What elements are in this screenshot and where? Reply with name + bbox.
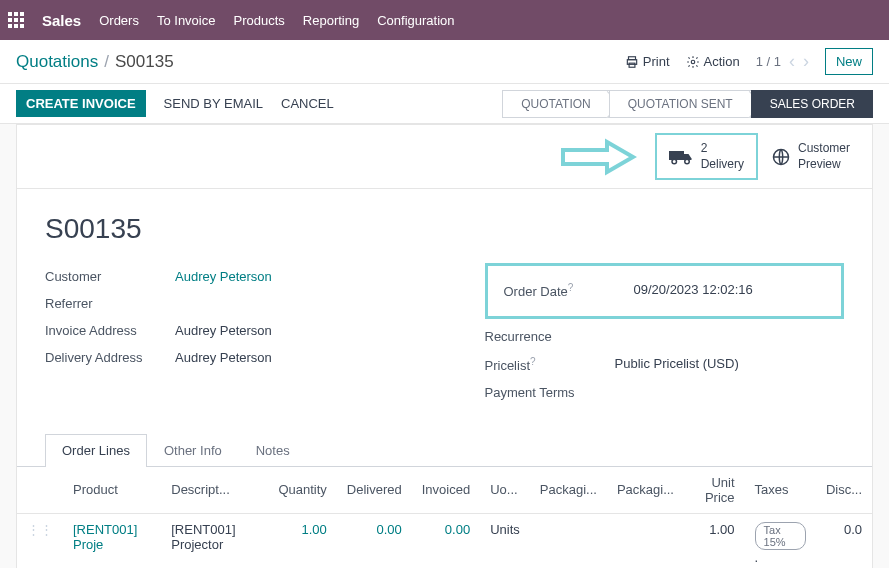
field-invoice-address: Invoice Address Audrey Peterson [45, 317, 405, 344]
cell-unit-price[interactable]: 1.00 [684, 513, 745, 568]
svg-point-6 [684, 159, 689, 164]
nav-reporting[interactable]: Reporting [303, 13, 359, 28]
col-packaging2[interactable]: Packagi... [607, 467, 684, 514]
cell-uom[interactable]: Units [480, 513, 530, 568]
left-column: Customer Audrey Peterson Referrer Invoic… [45, 263, 405, 406]
apps-icon[interactable] [8, 12, 24, 28]
action-label: Action [704, 54, 740, 69]
stat-buttons: 2 Delivery Customer Preview [17, 125, 872, 189]
cell-delivered[interactable]: 0.00 [337, 513, 412, 568]
col-quantity[interactable]: Quantity [268, 467, 336, 514]
label-payment-terms: Payment Terms [485, 385, 615, 400]
new-button[interactable]: New [825, 48, 873, 75]
step-sales-order[interactable]: SALES ORDER [751, 90, 873, 118]
col-invoiced[interactable]: Invoiced [412, 467, 480, 514]
create-invoice-button[interactable]: CREATE INVOICE [16, 90, 146, 117]
breadcrumb-sep: / [104, 52, 109, 71]
preview-line1: Customer [798, 141, 850, 157]
order-lines-table: Product Descript... Quantity Delivered I… [17, 467, 872, 568]
col-uom[interactable]: Uo... [480, 467, 530, 514]
preview-line2: Preview [798, 157, 850, 173]
label-order-date: Order Date? [504, 282, 634, 299]
app-name: Sales [42, 12, 81, 29]
cell-invoiced[interactable]: 0.00 [412, 513, 480, 568]
send-email-button[interactable]: SEND BY EMAIL [164, 96, 263, 111]
delivery-stat-button[interactable]: 2 Delivery [655, 133, 758, 180]
col-description[interactable]: Descript... [161, 467, 268, 514]
print-button[interactable]: Print [625, 54, 670, 69]
pager-next[interactable]: › [803, 51, 809, 72]
svg-point-3 [691, 60, 695, 64]
value-order-date[interactable]: 09/20/2023 12:02:16 [634, 282, 753, 299]
breadcrumb: Quotations/S00135 [16, 52, 174, 72]
label-pricelist: Pricelist? [485, 356, 615, 373]
cell-pack2[interactable] [607, 513, 684, 568]
nav-products[interactable]: Products [233, 13, 284, 28]
nav-orders[interactable]: Orders [99, 13, 139, 28]
step-quotation-sent[interactable]: QUOTATION SENT [609, 90, 751, 118]
annotation-arrow-icon [559, 138, 637, 176]
label-recurrence: Recurrence [485, 329, 615, 344]
print-label: Print [643, 54, 670, 69]
right-column: Order Date? 09/20/2023 12:02:16 Recurren… [485, 263, 845, 406]
pager: 1 / 1 ‹ › [756, 51, 809, 72]
record-title: S00135 [45, 213, 844, 245]
drag-handle-icon[interactable]: ⋮⋮ [17, 513, 63, 568]
gear-icon [686, 55, 700, 69]
breadcrumb-current: S00135 [115, 52, 174, 71]
breadcrumb-parent[interactable]: Quotations [16, 52, 98, 71]
step-quotation[interactable]: QUOTATION [502, 90, 609, 118]
print-icon [625, 55, 639, 69]
nav-to-invoice[interactable]: To Invoice [157, 13, 216, 28]
pager-prev[interactable]: ‹ [789, 51, 795, 72]
tab-order-lines[interactable]: Order Lines [45, 434, 147, 467]
tab-other-info[interactable]: Other Info [147, 434, 239, 466]
order-date-highlight: Order Date? 09/20/2023 12:02:16 [485, 263, 845, 318]
tab-notes[interactable]: Notes [239, 434, 307, 466]
label-invoice-address: Invoice Address [45, 323, 175, 338]
field-referrer: Referrer [45, 290, 405, 317]
field-recurrence: Recurrence [485, 323, 845, 350]
truck-icon [669, 148, 693, 166]
col-unit-price[interactable]: Unit Price [684, 467, 745, 514]
svg-point-5 [672, 159, 677, 164]
help-icon[interactable]: ? [530, 356, 536, 367]
customer-preview-button[interactable]: Customer Preview [758, 133, 864, 180]
field-customer: Customer Audrey Peterson [45, 263, 405, 290]
field-payment-terms: Payment Terms [485, 379, 845, 406]
nav-configuration[interactable]: Configuration [377, 13, 454, 28]
cancel-button[interactable]: CANCEL [281, 96, 334, 111]
breadcrumb-bar: Quotations/S00135 Print Action 1 / 1 ‹ ›… [0, 40, 889, 84]
table-header-row: Product Descript... Quantity Delivered I… [17, 467, 872, 514]
label-customer: Customer [45, 269, 175, 284]
col-product[interactable]: Product [63, 467, 161, 514]
cell-tax[interactable]: Tax 15% . [745, 513, 816, 568]
delivery-label: Delivery [701, 157, 744, 173]
help-icon[interactable]: ? [568, 282, 574, 293]
action-bar: CREATE INVOICE SEND BY EMAIL CANCEL QUOT… [0, 84, 889, 124]
tab-strip: Order Lines Other Info Notes [17, 434, 872, 467]
cell-disc[interactable]: 0.0 [816, 513, 872, 568]
cell-pack1[interactable] [530, 513, 607, 568]
col-packaging1[interactable]: Packagi... [530, 467, 607, 514]
value-customer[interactable]: Audrey Peterson [175, 269, 272, 284]
cell-quantity[interactable]: 1.00 [268, 513, 336, 568]
label-delivery-address: Delivery Address [45, 350, 175, 365]
svg-rect-4 [669, 151, 684, 160]
field-delivery-address: Delivery Address Audrey Peterson [45, 344, 405, 371]
value-invoice-address[interactable]: Audrey Peterson [175, 323, 272, 338]
col-taxes[interactable]: Taxes [745, 467, 816, 514]
app-topbar: Sales Orders To Invoice Products Reporti… [0, 0, 889, 40]
table-row[interactable]: ⋮⋮ [RENT001] Proje [RENT001] Projector 1… [17, 513, 872, 568]
cell-description[interactable]: [RENT001] Projector [161, 513, 268, 568]
globe-icon [772, 148, 790, 166]
action-button[interactable]: Action [686, 54, 740, 69]
cell-product[interactable]: [RENT001] Proje [73, 522, 137, 552]
value-pricelist[interactable]: Public Pricelist (USD) [615, 356, 739, 373]
col-delivered[interactable]: Delivered [337, 467, 412, 514]
field-pricelist: Pricelist? Public Pricelist (USD) [485, 350, 845, 379]
form-card: 2 Delivery Customer Preview S00135 Custo… [16, 124, 873, 568]
value-delivery-address[interactable]: Audrey Peterson [175, 350, 272, 365]
label-referrer: Referrer [45, 296, 175, 311]
col-disc[interactable]: Disc... [816, 467, 872, 514]
